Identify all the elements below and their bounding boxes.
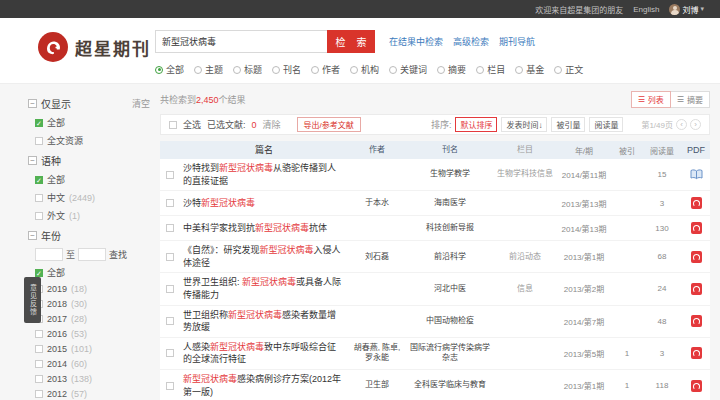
article-title[interactable]: 新型冠状病毒感染病例诊疗方案(2012年第一版): [180, 373, 348, 398]
filter-item[interactable]: 2019(18): [35, 284, 150, 294]
scope-option[interactable]: 作者: [311, 63, 340, 76]
filter-item[interactable]: ✓全部: [35, 173, 150, 186]
row-checkbox[interactable]: [166, 253, 174, 261]
article-title[interactable]: 沙特找到新型冠状病毒从骆驼传播到人的直接证据: [180, 162, 348, 187]
filter-item[interactable]: 2018(30): [35, 299, 150, 309]
prev-page-button[interactable]: ‹: [676, 119, 687, 130]
user-menu[interactable]: 刘博 ▾: [669, 4, 704, 15]
radio-icon[interactable]: [437, 66, 445, 74]
scope-option[interactable]: 机构: [350, 63, 379, 76]
radio-icon[interactable]: [515, 66, 523, 74]
scope-option[interactable]: 正文: [554, 63, 583, 76]
checkbox-icon[interactable]: [35, 194, 43, 202]
radio-icon[interactable]: [233, 66, 241, 74]
article-journal[interactable]: 国际流行病学传染病学杂志: [406, 343, 494, 364]
sort-button[interactable]: 默认排序: [455, 117, 497, 132]
filter-item[interactable]: 2013(138): [35, 374, 150, 384]
checkbox-icon[interactable]: [35, 212, 43, 220]
checkbox-icon[interactable]: ✓: [35, 269, 43, 277]
row-checkbox[interactable]: [166, 317, 174, 325]
year-from-input[interactable]: [35, 248, 63, 261]
article-journal[interactable]: 河北中医: [406, 284, 494, 294]
radio-icon[interactable]: [350, 66, 358, 74]
article-journal[interactable]: 前沿科学: [406, 252, 494, 262]
pdf-icon[interactable]: [691, 197, 702, 209]
row-checkbox[interactable]: [166, 171, 174, 179]
collapse-icon[interactable]: −: [28, 156, 37, 165]
filter-item[interactable]: 2014(60): [35, 359, 150, 369]
scope-option[interactable]: 全部: [155, 63, 184, 76]
feedback-tab[interactable]: 意见反馈: [24, 277, 41, 323]
row-checkbox[interactable]: [166, 224, 174, 232]
clear-filters-link[interactable]: 清空: [132, 97, 150, 110]
row-checkbox[interactable]: [166, 199, 174, 207]
pdf-icon[interactable]: [691, 251, 702, 263]
article-journal[interactable]: 科技创新导报: [406, 223, 494, 233]
radio-icon[interactable]: [389, 66, 397, 74]
radio-icon[interactable]: [476, 66, 484, 74]
filter-item[interactable]: 2017(28): [35, 314, 150, 324]
article-title[interactable]: 世卫组织称新型冠状病毒感染者数量增势放缓: [180, 309, 348, 334]
scope-option[interactable]: 刊名: [272, 63, 301, 76]
checkbox-icon[interactable]: [35, 330, 43, 338]
filter-item[interactable]: ✓全部: [35, 266, 150, 279]
scope-option[interactable]: 关键词: [389, 63, 427, 76]
search-input[interactable]: [155, 30, 327, 53]
article-title[interactable]: 人感染新型冠状病毒致中东呼吸综合征的全球流行特征: [180, 341, 348, 366]
filter-item[interactable]: 2016(53): [35, 329, 150, 339]
filter-item[interactable]: 外文(1): [35, 209, 150, 222]
year-search-button[interactable]: 查找: [109, 248, 127, 261]
article-journal[interactable]: 海南医学: [406, 198, 494, 208]
read-online-icon[interactable]: [690, 169, 703, 180]
filter-item[interactable]: ✓全部: [35, 116, 150, 129]
brand[interactable]: 超星期刊: [38, 32, 151, 62]
radio-icon[interactable]: [194, 66, 202, 74]
collapse-icon[interactable]: −: [28, 231, 37, 240]
view-toggle-abstract[interactable]: ☰摘要: [671, 91, 710, 108]
next-page-button[interactable]: ›: [690, 119, 701, 130]
radio-icon[interactable]: [554, 66, 562, 74]
filter-item[interactable]: 全文资源: [35, 134, 150, 147]
article-title[interactable]: 中美科学家找到抗新型冠状病毒抗体: [180, 222, 348, 235]
collapse-icon[interactable]: −: [28, 99, 37, 108]
scope-option[interactable]: 标题: [233, 63, 262, 76]
article-title[interactable]: 《自然》：研究发现新型冠状病毒入侵人体途径: [180, 244, 348, 269]
search-link[interactable]: 期刊导航: [499, 35, 535, 48]
view-toggle-list[interactable]: ☰列表: [631, 91, 671, 108]
row-checkbox[interactable]: [166, 349, 174, 357]
export-button[interactable]: 导出/参考文献: [297, 117, 361, 132]
radio-icon[interactable]: [155, 66, 163, 74]
scope-option[interactable]: 主题: [194, 63, 223, 76]
checkbox-icon[interactable]: ✓: [35, 119, 43, 127]
radio-icon[interactable]: [311, 66, 319, 74]
select-all-checkbox[interactable]: [169, 121, 177, 129]
scope-option[interactable]: 基金: [515, 63, 544, 76]
user-avatar[interactable]: [669, 4, 680, 15]
scope-option[interactable]: 栏目: [476, 63, 505, 76]
checkbox-icon[interactable]: [35, 345, 43, 353]
article-title[interactable]: 世界卫生组织: 新型冠状病毒或具备人际传播能力: [180, 276, 348, 301]
checkbox-icon[interactable]: [35, 390, 43, 398]
select-all-label[interactable]: 全选: [183, 118, 201, 131]
row-checkbox[interactable]: [166, 382, 174, 390]
pdf-icon[interactable]: [691, 315, 702, 327]
language-switch[interactable]: English: [633, 5, 659, 14]
checkbox-icon[interactable]: [35, 360, 43, 368]
pdf-icon[interactable]: [691, 283, 702, 295]
clear-selection-link[interactable]: 清除: [263, 118, 281, 131]
filter-item[interactable]: 2012(57): [35, 389, 150, 399]
search-link[interactable]: 高级检索: [453, 35, 489, 48]
sort-button[interactable]: 被引量: [551, 117, 585, 132]
article-title[interactable]: 沙特新型冠状病毒: [180, 197, 348, 210]
search-link[interactable]: 在结果中检索: [389, 35, 443, 48]
radio-icon[interactable]: [272, 66, 280, 74]
sort-button[interactable]: 发表时间↓: [501, 117, 547, 132]
article-journal[interactable]: 生物学教学: [406, 169, 494, 179]
year-to-input[interactable]: [78, 248, 106, 261]
checkbox-icon[interactable]: [35, 137, 43, 145]
pdf-icon[interactable]: [691, 222, 702, 234]
pdf-icon[interactable]: [691, 347, 702, 359]
article-journal[interactable]: 中国动物检疫: [406, 316, 494, 326]
checkbox-icon[interactable]: [35, 375, 43, 383]
search-button[interactable]: 检 索: [327, 30, 375, 53]
